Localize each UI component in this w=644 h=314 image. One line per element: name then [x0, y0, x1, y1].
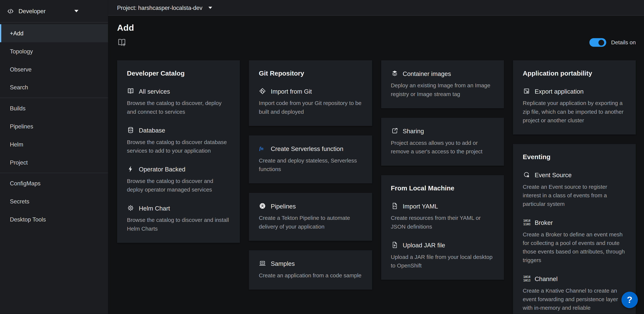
card-title: Application portability [523, 70, 626, 77]
card-sharing: Sharing Project access allows you to add… [381, 118, 504, 166]
add-item-label: Import from Git [271, 88, 312, 95]
svg-text:1101: 1101 [523, 222, 530, 226]
chevron-down-icon[interactable] [208, 6, 212, 9]
add-item-description: Create an application from a code sample [259, 271, 362, 280]
add-item-broker[interactable]: 10101101 Broker Create a Broker to defin… [523, 219, 626, 265]
sidebar-item-observe[interactable]: Observe [0, 60, 108, 78]
tekton-icon [259, 202, 266, 210]
sidebar-item-topology[interactable]: Topology [0, 42, 108, 60]
code-brackets-icon [6, 7, 14, 15]
card-eventing: Eventing Event Source Create an Event so… [513, 144, 636, 314]
add-item-create-serverless-function[interactable]: fn Create Serverless function Create and… [259, 145, 362, 173]
broker-binary-icon: 10101101 [523, 219, 530, 226]
add-item-pipelines[interactable]: Pipelines Create a Tekton Pipeline to au… [259, 202, 362, 231]
perspective-switcher[interactable]: Developer [0, 0, 108, 22]
add-item-samples[interactable]: Samples Create an application from a cod… [259, 260, 362, 280]
add-item-label: Container images [403, 70, 451, 77]
nav-divider [0, 173, 108, 173]
add-item-description: Browse the catalog to discover and insta… [127, 216, 230, 233]
file-code-icon [391, 202, 398, 210]
add-item-all-services[interactable]: All services Browse the catalog to disco… [127, 87, 230, 116]
card-column-4: Application portability Export applicati… [513, 60, 636, 314]
chevron-down-icon [74, 10, 78, 12]
add-item-description: Create resources from their YAML or JSON… [391, 214, 494, 231]
add-item-sharing[interactable]: Sharing Project access allows you to add… [391, 127, 494, 156]
sidebar-item-builds[interactable]: Builds [0, 99, 108, 117]
git-icon [259, 87, 266, 95]
perspective-label: Developer [18, 8, 46, 14]
add-item-import-from-git[interactable]: Import from Git Import code from your Gi… [259, 87, 362, 116]
add-item-description: Project access allows you to add or remo… [391, 139, 494, 156]
add-cards-grid: Developer Catalog All services Browse th… [117, 60, 636, 314]
card-application-portability: Application portability Export applicati… [513, 60, 636, 135]
sidebar-item-secrets[interactable]: Secrets [0, 192, 108, 211]
add-item-label: Sharing [403, 127, 424, 134]
sidebar-item-desktop-tools[interactable]: Desktop Tools [0, 211, 108, 229]
add-item-label: Operator Backed [139, 165, 186, 172]
add-item-upload-jar-file[interactable]: Upload JAR file Upload a JAR file from y… [391, 241, 494, 270]
sidebar-item-project[interactable]: Project [0, 153, 108, 171]
add-item-helm-chart[interactable]: Helm Chart Browse the catalog to discove… [127, 204, 230, 233]
add-item-label: Channel [534, 275, 558, 282]
channel-binary-icon: 10101011 [523, 275, 530, 282]
card-samples: Samples Create an application from a cod… [249, 250, 372, 290]
add-item-description: Browse the catalog to discover database … [127, 138, 230, 155]
card-title: From Local Machine [391, 185, 494, 192]
sidebar: Developer +Add Topology Observe Search B… [0, 0, 108, 314]
card-from-local-machine: From Local Machine Import YAML Create re… [381, 175, 504, 280]
layers-icon [391, 70, 398, 77]
helm-icon [127, 204, 134, 212]
card-container-images: Container images Deploy an existing Imag… [381, 60, 504, 108]
laptop-code-icon [259, 260, 266, 267]
add-item-description: Create an Event source to register inter… [523, 183, 626, 209]
toggle-knob [598, 40, 604, 45]
add-item-description: Create and deploy stateless, Serverless … [259, 156, 362, 174]
add-item-description: Upload a JAR file from your local deskto… [391, 253, 494, 270]
card-column-3: Container images Deploy an existing Imag… [381, 60, 504, 280]
sidebar-item-pipelines[interactable]: Pipelines [0, 117, 108, 135]
main-area: Project: harshcasper-localsta-dev Add De… [108, 0, 644, 314]
add-item-database[interactable]: Database Browse the catalog to discover … [127, 126, 230, 155]
share-icon [391, 127, 398, 135]
add-item-description: Create a Knative Channel to create an ev… [523, 286, 626, 312]
card-serverless-function: fn Create Serverless function Create and… [249, 135, 372, 183]
card-title: Git Repository [259, 70, 362, 77]
add-item-label: All services [139, 88, 170, 95]
details-toggle-group: Details on [590, 38, 636, 47]
project-selector[interactable]: Project: harshcasper-localsta-dev [117, 4, 202, 11]
add-item-description: Import code from your Git repository to … [259, 99, 362, 116]
page-title: Add [117, 23, 636, 33]
svg-text:1010: 1010 [523, 275, 530, 279]
sidebar-item-configmaps[interactable]: ConfigMaps [0, 174, 108, 192]
card-title: Eventing [523, 153, 626, 161]
add-page: Add Details on Developer Catalog [108, 16, 644, 314]
sidebar-item-add[interactable]: +Add [0, 24, 108, 42]
quickstart-book-plus-icon[interactable] [117, 38, 126, 47]
add-item-description: Browse the catalog to discover, deploy a… [127, 99, 230, 116]
add-item-export-application[interactable]: Export application Replicate your applic… [523, 87, 626, 125]
add-item-operator-backed[interactable]: Operator Backed Browse the catalog to di… [127, 165, 230, 194]
add-item-description: Deploy an existing Image from an Image r… [391, 81, 494, 98]
fn-icon: fn [259, 145, 266, 152]
question-mark-icon: ? [627, 295, 632, 305]
screen: Developer +Add Topology Observe Search B… [0, 0, 644, 314]
add-item-import-yaml[interactable]: Import YAML Create resources from their … [391, 202, 494, 231]
add-item-label: Export application [534, 88, 584, 95]
page-subheader: Details on [117, 38, 636, 47]
add-item-description: Browse the catalog to discover and deplo… [127, 177, 230, 194]
add-item-label: Event Source [534, 171, 572, 178]
details-toggle[interactable] [590, 38, 606, 47]
add-item-description: Create a Broker to define an event mesh … [523, 230, 626, 265]
database-icon [127, 126, 134, 134]
add-item-channel[interactable]: 10101011 Channel Create a Knative Channe… [523, 275, 626, 312]
add-item-event-source[interactable]: Event Source Create an Event source to r… [523, 171, 626, 209]
card-title: Developer Catalog [127, 70, 230, 77]
add-item-description: Replicate your application by exporting … [523, 99, 626, 125]
sidebar-item-helm[interactable]: Helm [0, 135, 108, 153]
file-upload-icon [391, 241, 398, 249]
add-item-container-images[interactable]: Container images Deploy an existing Imag… [391, 70, 494, 98]
sidebar-item-search[interactable]: Search [0, 78, 108, 96]
add-item-label: Import YAML [403, 203, 438, 209]
svg-text:1010: 1010 [523, 219, 530, 222]
details-toggle-label: Details on [611, 39, 636, 46]
